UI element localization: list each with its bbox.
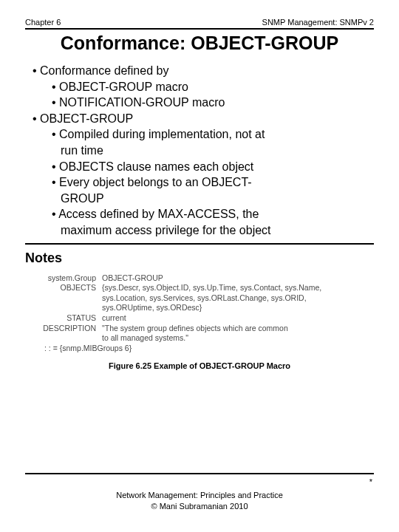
bullet-item-cont: GROUP [61, 191, 374, 207]
macro-value: {sys.Descr, sys.Object.ID, sys.Up.Time, … [102, 283, 374, 293]
figure-caption: Figure 6.25 Example of OBJECT-GROUP Macr… [25, 361, 374, 370]
divider [25, 28, 374, 30]
asterisk: * [369, 477, 372, 486]
chapter-label: Chapter 6 [25, 18, 61, 27]
macro-value: sys.ORUptime, sys.ORDesc} [102, 303, 374, 313]
bullet-item: • OBJECTS clause names each object [52, 159, 374, 175]
divider [25, 473, 374, 474]
page-title: Conformance: OBJECT-GROUP [25, 33, 374, 54]
notes-heading: Notes [25, 250, 374, 266]
macro-value: sys.Location, sys.Services, sys.ORLast.C… [102, 293, 374, 304]
header-row: Chapter 6 SNMP Management: SNMPv 2 [25, 18, 374, 27]
macro-label: DESCRIPTION [22, 324, 102, 334]
divider [25, 243, 374, 245]
bullet-list: • Conformance defined by • OBJECT-GROUP … [33, 63, 374, 239]
macro-label [22, 303, 102, 313]
footer-line: © Mani Subramanian 2010 [25, 501, 374, 511]
macro-label: : : = {snmp.MIBGroups 6} [22, 344, 137, 354]
slide-page: Chapter 6 SNMP Management: SNMPv 2 Confo… [0, 0, 399, 532]
macro-label: STATUS [22, 313, 102, 324]
bullet-item: • OBJECT-GROUP [33, 111, 374, 127]
macro-label [22, 293, 102, 304]
macro-value: current [102, 313, 374, 324]
topic-label: SNMP Management: SNMPv 2 [262, 18, 374, 27]
bullet-item: • OBJECT-GROUP macro [52, 79, 374, 95]
macro-example: system.Group OBJECT-GROUP OBJECTS {sys.D… [22, 273, 374, 354]
footer-line: Network Management: Principles and Pract… [25, 490, 374, 500]
bullet-item: • Every object belongs to an OBJECT- [52, 174, 374, 191]
macro-value: to all managed systems." [102, 333, 374, 344]
macro-label: system.Group [22, 273, 102, 284]
macro-label [22, 333, 102, 344]
footer: Network Management: Principles and Pract… [25, 490, 374, 511]
macro-value: "The system group defines objects which … [102, 324, 374, 334]
bullet-item-cont: maximum access privilege for the object [61, 222, 374, 239]
bullet-item: • Compiled during implementation, not at [52, 126, 374, 143]
macro-value: OBJECT-GROUP [102, 273, 374, 284]
bullet-item: • Access defined by MAX-ACCESS, the [52, 206, 374, 222]
macro-label: OBJECTS [22, 283, 102, 293]
bullet-item: • NOTIFICATION-GROUP macro [52, 95, 374, 111]
bullet-item-cont: run time [61, 143, 374, 159]
bullet-item: • Conformance defined by [33, 63, 374, 79]
